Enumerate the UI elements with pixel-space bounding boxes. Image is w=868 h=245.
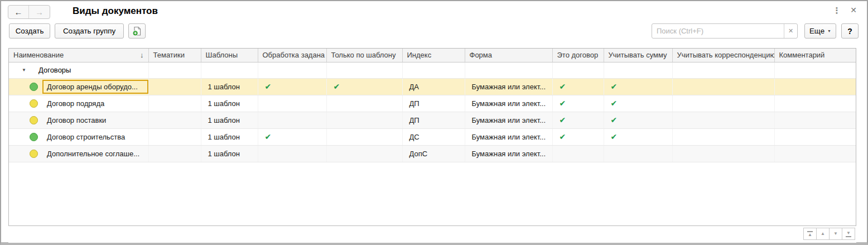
templates-cell[interactable]: 1 шаблон — [201, 145, 258, 162]
is-contract-cell[interactable]: ✔ — [552, 95, 604, 112]
column-header-name[interactable]: Наименование ↓ — [9, 49, 148, 62]
processing-cell[interactable]: ✔ — [258, 128, 326, 145]
name-cell[interactable]: Договор поставки — [9, 112, 148, 128]
form-cell[interactable]: Бумажная или элект... — [465, 78, 552, 95]
by-template-only-cell[interactable]: ✔ — [326, 78, 402, 95]
processing-cell[interactable] — [258, 95, 326, 112]
cell[interactable] — [326, 62, 402, 78]
form-cell[interactable]: Бумажная или элект... — [465, 145, 552, 162]
table-row[interactable]: Дополнительное соглаше... 1 шаблон ДопС … — [9, 145, 856, 162]
more-button[interactable]: Еще ▼ — [804, 23, 836, 39]
comment-cell[interactable] — [774, 145, 856, 162]
index-cell[interactable]: ДП — [402, 112, 465, 128]
processing-cell[interactable] — [258, 145, 326, 162]
cell[interactable] — [774, 62, 856, 78]
scroll-up-button[interactable]: ▲ — [816, 228, 830, 240]
is-contract-cell[interactable] — [552, 145, 604, 162]
by-template-only-cell[interactable] — [326, 145, 402, 162]
track-correspondence-cell[interactable] — [672, 128, 774, 145]
forward-button[interactable]: → — [29, 6, 50, 18]
cell[interactable] — [552, 62, 604, 78]
group-name-cell[interactable]: ▼ Договоры — [9, 62, 148, 78]
column-header-index[interactable]: Индекс — [402, 49, 465, 62]
column-header-processing[interactable]: Обработка задана — [258, 49, 326, 62]
topics-cell[interactable] — [148, 128, 201, 145]
table-row[interactable]: Договор подряда 1 шаблон ДП Бумажная или… — [9, 95, 856, 112]
name-cell[interactable]: Договор строительства — [9, 128, 148, 145]
by-template-only-cell[interactable] — [326, 95, 402, 112]
name-cell[interactable]: Договор подряда — [9, 95, 148, 112]
topics-cell[interactable] — [148, 78, 201, 95]
topics-cell[interactable] — [148, 95, 201, 112]
group-row[interactable]: ▼ Договоры — [9, 62, 856, 78]
track-amount-cell[interactable]: ✔ — [604, 112, 672, 128]
column-header-track-correspondence[interactable]: Учитывать корреспонденцию — [672, 49, 774, 62]
index-cell[interactable]: ДП — [402, 95, 465, 112]
templates-cell[interactable]: 1 шаблон — [201, 78, 258, 95]
form-cell[interactable]: Бумажная или элект... — [465, 112, 552, 128]
templates-cell[interactable]: 1 шаблон — [201, 112, 258, 128]
is-contract-cell[interactable]: ✔ — [552, 78, 604, 95]
is-contract-cell[interactable]: ✔ — [552, 128, 604, 145]
create-group-button[interactable]: Создать группу — [55, 23, 124, 39]
cell[interactable] — [258, 62, 326, 78]
scroll-down-button[interactable]: ▼ — [829, 228, 842, 240]
search-input[interactable] — [652, 24, 784, 38]
topics-cell[interactable] — [148, 145, 201, 162]
cell[interactable] — [148, 62, 201, 78]
name-cell[interactable]: Договор аренды оборудо... — [9, 78, 148, 95]
comment-cell[interactable] — [774, 112, 856, 128]
form-cell[interactable]: Бумажная или элект... — [465, 128, 552, 145]
by-template-only-cell[interactable] — [326, 128, 402, 145]
table-row[interactable]: Договор аренды оборудо... 1 шаблон ✔ ✔ Д… — [9, 78, 856, 95]
scroll-to-bottom-button[interactable]: ▼ — [842, 228, 855, 240]
create-by-copy-button[interactable] — [128, 23, 146, 39]
kebab-menu-icon[interactable]: ⋮ — [832, 6, 842, 17]
track-correspondence-cell[interactable] — [672, 78, 774, 95]
cell[interactable] — [201, 62, 258, 78]
templates-cell[interactable]: 1 шаблон — [201, 95, 258, 112]
form-cell[interactable]: Бумажная или элект... — [465, 95, 552, 112]
templates-cell[interactable]: 1 шаблон — [201, 128, 258, 145]
track-amount-cell[interactable]: ✔ — [604, 95, 672, 112]
column-header-is-contract[interactable]: Это договор — [552, 49, 604, 62]
help-button[interactable]: ? — [841, 23, 859, 39]
table-row[interactable]: Договор поставки 1 шаблон ДП Бумажная ил… — [9, 112, 856, 128]
cell[interactable] — [465, 62, 552, 78]
topics-cell[interactable] — [148, 112, 201, 128]
column-header-form[interactable]: Форма — [465, 49, 552, 62]
index-cell[interactable]: ДС — [402, 128, 465, 145]
processing-cell[interactable]: ✔ — [258, 78, 326, 95]
cell[interactable] — [604, 62, 672, 78]
back-button[interactable]: ← — [8, 6, 29, 18]
column-header-comment[interactable]: Комментарий — [774, 49, 856, 62]
column-header-topics[interactable]: Тематики — [148, 49, 201, 62]
index-cell[interactable]: ДА — [402, 78, 465, 95]
focused-cell[interactable]: Договор аренды оборудо... — [42, 80, 148, 94]
table-row[interactable]: Договор строительства 1 шаблон ✔ ДС Бума… — [9, 128, 856, 145]
expander-icon[interactable]: ▼ — [22, 68, 28, 73]
name-cell[interactable]: Дополнительное соглаше... — [9, 145, 148, 162]
comment-cell[interactable] — [774, 78, 856, 95]
close-icon[interactable]: ✕ — [848, 6, 859, 17]
column-header-track-amount[interactable]: Учитывать сумму — [604, 49, 672, 62]
comment-cell[interactable] — [774, 128, 856, 145]
index-cell[interactable]: ДопС — [402, 145, 465, 162]
create-button[interactable]: Создать — [9, 23, 50, 39]
cell[interactable] — [672, 62, 774, 78]
scroll-to-top-button[interactable]: ▲ — [803, 228, 817, 240]
column-header-templates[interactable]: Шаблоны — [201, 49, 258, 62]
is-contract-cell[interactable]: ✔ — [552, 112, 604, 128]
processing-cell[interactable] — [258, 112, 326, 128]
track-correspondence-cell[interactable] — [672, 95, 774, 112]
by-template-only-cell[interactable] — [326, 112, 402, 128]
cell[interactable] — [402, 62, 465, 78]
track-correspondence-cell[interactable] — [672, 112, 774, 128]
column-header-by-template-only[interactable]: Только по шаблону — [326, 49, 402, 62]
track-amount-cell[interactable]: ✔ — [604, 78, 672, 95]
track-amount-cell[interactable]: ✔ — [604, 128, 672, 145]
comment-cell[interactable] — [774, 95, 856, 112]
track-amount-cell[interactable] — [604, 145, 672, 162]
search-clear-icon[interactable]: ✕ — [784, 24, 797, 38]
track-correspondence-cell[interactable] — [672, 145, 774, 162]
